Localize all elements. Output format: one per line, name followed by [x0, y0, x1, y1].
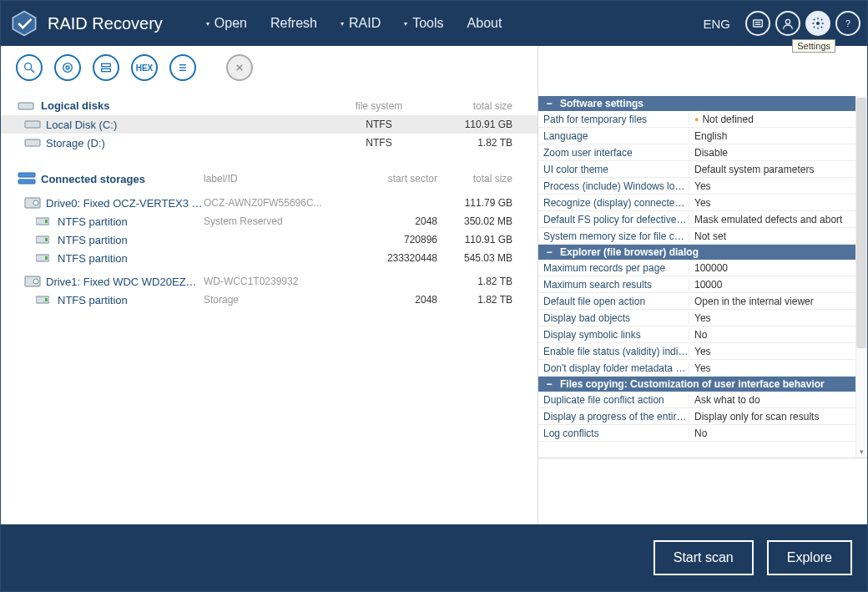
settings-row[interactable]: Default FS policy for defective blo... M…: [538, 211, 867, 228]
settings-value: English: [689, 130, 854, 142]
settings-panel: − Software settings Path for temporary f…: [537, 46, 867, 524]
toolbar: HEX: [1, 46, 537, 89]
partition-row[interactable]: NTFS partition Storage 2048 1.82 TB: [1, 291, 537, 309]
menu-open-label: Open: [214, 16, 247, 31]
logical-disk-row[interactable]: Local Disk (C:) NTFS 110.91 GB: [1, 115, 537, 134]
drive-size: 111.79 GB: [437, 197, 521, 209]
settings-value: 10000: [689, 279, 854, 291]
settings-category[interactable]: − Explorer (file browser) dialog: [538, 245, 867, 260]
col-total-size: total size: [437, 100, 521, 112]
toolbar-hex-label: HEX: [136, 63, 154, 73]
disk-list: Logical disks file systemtotal size Loca…: [1, 89, 537, 524]
toolbar-search-button[interactable]: [16, 54, 43, 81]
menu-news-button[interactable]: [745, 11, 770, 36]
settings-key: Maximum search results: [538, 279, 689, 291]
settings-value: No: [689, 428, 854, 439]
settings-key: Recognize (display) connected me...: [538, 197, 689, 209]
partition-row[interactable]: NTFS partition 233320448 545.03 MB: [1, 249, 537, 267]
menu-open[interactable]: ▾Open: [196, 13, 257, 34]
storage-drive-row[interactable]: Drive0: Fixed OCZ-VERTEX3 (ATA) OCZ-AWNZ…: [1, 194, 537, 212]
settings-key: Duplicate file conflict action: [538, 394, 689, 406]
menu-about-label: About: [467, 16, 502, 31]
settings-key: Process (include) Windows logical ...: [538, 180, 689, 192]
menu-language[interactable]: ENG: [703, 17, 730, 31]
logical-disks-header: Logical disks file systemtotal size: [1, 94, 537, 115]
settings-row[interactable]: System memory size for file cache... Not…: [538, 228, 867, 245]
partition-label: Storage: [204, 294, 337, 306]
menu-raid-label: RAID: [349, 16, 381, 31]
toolbar-raid-button[interactable]: [93, 54, 119, 81]
settings-row[interactable]: Default file open action Open in the int…: [538, 293, 867, 310]
partition-sector: 233320448: [337, 252, 437, 264]
drive-name: Drive0: Fixed OCZ-VERTEX3 (ATA): [46, 197, 204, 210]
settings-scroll-thumb[interactable]: [856, 98, 866, 348]
settings-row[interactable]: Process (include) Windows logical ... Ye…: [538, 178, 867, 195]
partition-row[interactable]: NTFS partition 720896 110.91 GB: [1, 230, 537, 249]
settings-key: Don't display folder metadata size: [538, 362, 689, 374]
settings-tooltip: Settings: [792, 39, 835, 53]
settings-row[interactable]: Path for temporary files Not defined ▸: [538, 111, 867, 128]
toolbar-scan-button[interactable]: [54, 54, 81, 81]
settings-row[interactable]: UI color theme Default system parameters…: [538, 161, 867, 178]
settings-key: Enable file status (validity) indicati..…: [538, 346, 689, 357]
toolbar-close-button[interactable]: [226, 54, 253, 81]
settings-value: Ask what to do: [689, 394, 854, 406]
menu-refresh[interactable]: Refresh: [260, 13, 327, 34]
collapse-icon: −: [543, 246, 555, 258]
disk-name: Storage (D:): [46, 137, 320, 149]
partition-row[interactable]: NTFS partition System Reserved 2048 350.…: [1, 212, 537, 230]
svg-point-9: [63, 63, 73, 73]
partition-sector: 720896: [337, 234, 437, 245]
partition-size: 350.02 MB: [437, 215, 521, 227]
logical-disk-row[interactable]: Storage (D:) NTFS 1.82 TB: [1, 134, 537, 152]
explore-button[interactable]: Explore: [767, 540, 852, 575]
settings-row[interactable]: Display bad objects Yes ▾: [538, 310, 867, 326]
settings-row[interactable]: Display symbolic links No ▾: [538, 326, 867, 343]
partition-name: NTFS partition: [58, 294, 204, 306]
scroll-down-icon[interactable]: ▾: [855, 446, 867, 458]
svg-text:?: ?: [845, 18, 850, 28]
settings-row[interactable]: Recognize (display) connected me... Yes …: [538, 195, 867, 211]
menu-about[interactable]: About: [457, 13, 512, 34]
disk-fs: NTFS: [320, 119, 437, 130]
col-total-size: total size: [437, 173, 521, 185]
svg-point-7: [25, 63, 32, 70]
svg-rect-34: [45, 298, 48, 301]
svg-rect-28: [45, 238, 48, 241]
settings-key: System memory size for file cache...: [538, 230, 689, 242]
hdd-icon: [24, 197, 41, 209]
settings-key: Language: [538, 130, 689, 142]
settings-key: Default file open action: [538, 296, 689, 307]
settings-row[interactable]: Display a progress of the entire c... Di…: [538, 408, 867, 425]
settings-row[interactable]: Maximum records per page 100000 ▸: [538, 260, 867, 276]
disk-fs: NTFS: [320, 137, 437, 149]
partition-label: System Reserved: [204, 215, 337, 227]
start-scan-button[interactable]: Start scan: [654, 540, 754, 575]
storage-drive-row[interactable]: Drive1: Fixed WDC WD20EZRX-00DC0... WD-W…: [1, 272, 537, 291]
menu-account-button[interactable]: [775, 11, 800, 36]
menu-raid[interactable]: ▾RAID: [331, 13, 391, 34]
menu-settings-button[interactable]: [805, 11, 830, 36]
settings-key: Display bad objects: [538, 312, 689, 324]
settings-row[interactable]: Language English ▾: [538, 128, 867, 144]
settings-row[interactable]: Duplicate file conflict action Ask what …: [538, 392, 867, 408]
settings-row[interactable]: Maximum search results 10000 ▸: [538, 276, 867, 293]
partition-icon: [36, 295, 53, 305]
settings-value: Not set: [689, 230, 854, 242]
col-filesystem: file system: [320, 100, 437, 112]
drive-label: WD-WCC1T0239932: [204, 276, 337, 287]
settings-category[interactable]: − Software settings: [538, 96, 867, 111]
menu-tools[interactable]: ▾Tools: [394, 13, 453, 34]
settings-category-title: Software settings: [560, 98, 643, 109]
svg-rect-11: [102, 63, 111, 66]
svg-marker-0: [13, 12, 35, 36]
toolbar-hex-button[interactable]: HEX: [131, 54, 158, 81]
menu-help-button[interactable]: ?: [835, 11, 860, 36]
settings-row[interactable]: Enable file status (validity) indicati..…: [538, 343, 867, 360]
toolbar-list-button[interactable]: [169, 54, 196, 81]
settings-row[interactable]: Zoom user interface Disable ▾: [538, 144, 867, 161]
footer: Start scan Explore: [1, 524, 867, 591]
settings-row[interactable]: Don't display folder metadata size Yes ▾: [538, 360, 867, 377]
settings-category[interactable]: − Files copying: Customization of user i…: [538, 377, 867, 392]
settings-row[interactable]: Log conflicts No ▾: [538, 425, 867, 442]
